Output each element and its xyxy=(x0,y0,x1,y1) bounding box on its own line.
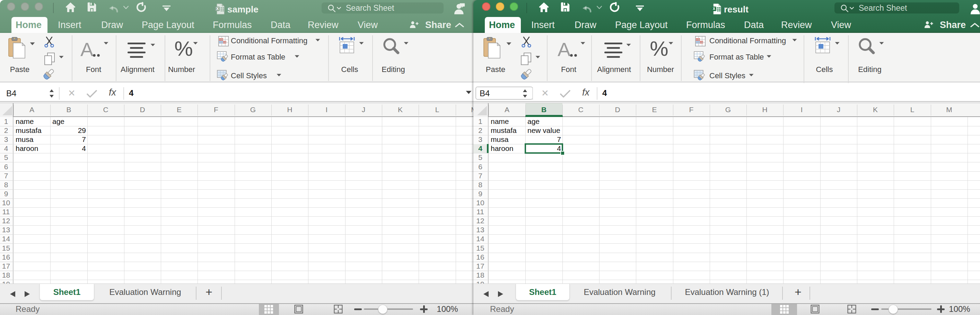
svg-text:A: A xyxy=(558,40,571,60)
svg-text:X: X xyxy=(713,6,716,11)
svg-text:A: A xyxy=(80,40,94,60)
svg-text:X: X xyxy=(216,6,219,11)
